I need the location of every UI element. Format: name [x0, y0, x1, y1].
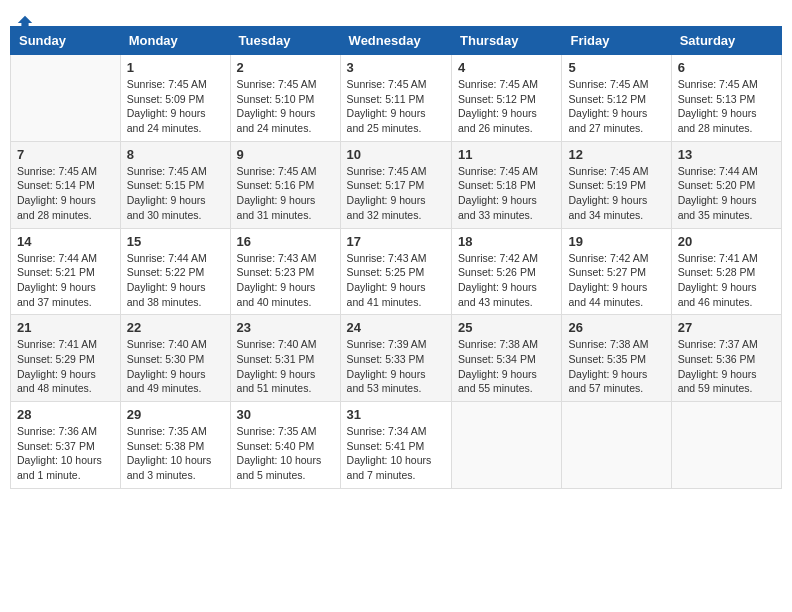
calendar-table: SundayMondayTuesdayWednesdayThursdayFrid…: [10, 26, 782, 489]
day-info: Sunrise: 7:45 AM Sunset: 5:16 PM Dayligh…: [237, 164, 334, 223]
day-info: Sunrise: 7:45 AM Sunset: 5:19 PM Dayligh…: [568, 164, 664, 223]
calendar-cell: 22Sunrise: 7:40 AM Sunset: 5:30 PM Dayli…: [120, 315, 230, 402]
calendar-cell: 30Sunrise: 7:35 AM Sunset: 5:40 PM Dayli…: [230, 402, 340, 489]
day-info: Sunrise: 7:41 AM Sunset: 5:29 PM Dayligh…: [17, 337, 114, 396]
day-number: 4: [458, 60, 555, 75]
day-info: Sunrise: 7:41 AM Sunset: 5:28 PM Dayligh…: [678, 251, 775, 310]
calendar-cell: 4Sunrise: 7:45 AM Sunset: 5:12 PM Daylig…: [452, 55, 562, 142]
day-number: 7: [17, 147, 114, 162]
day-info: Sunrise: 7:44 AM Sunset: 5:22 PM Dayligh…: [127, 251, 224, 310]
calendar-cell: 20Sunrise: 7:41 AM Sunset: 5:28 PM Dayli…: [671, 228, 781, 315]
calendar-cell: 21Sunrise: 7:41 AM Sunset: 5:29 PM Dayli…: [11, 315, 121, 402]
day-info: Sunrise: 7:45 AM Sunset: 5:17 PM Dayligh…: [347, 164, 445, 223]
day-number: 12: [568, 147, 664, 162]
calendar-cell: 18Sunrise: 7:42 AM Sunset: 5:26 PM Dayli…: [452, 228, 562, 315]
calendar-cell: 24Sunrise: 7:39 AM Sunset: 5:33 PM Dayli…: [340, 315, 451, 402]
logo: [14, 10, 34, 18]
calendar-cell: [671, 402, 781, 489]
calendar-week-row: 21Sunrise: 7:41 AM Sunset: 5:29 PM Dayli…: [11, 315, 782, 402]
calendar-week-row: 1Sunrise: 7:45 AM Sunset: 5:09 PM Daylig…: [11, 55, 782, 142]
day-info: Sunrise: 7:35 AM Sunset: 5:38 PM Dayligh…: [127, 424, 224, 483]
calendar-cell: 15Sunrise: 7:44 AM Sunset: 5:22 PM Dayli…: [120, 228, 230, 315]
day-info: Sunrise: 7:38 AM Sunset: 5:34 PM Dayligh…: [458, 337, 555, 396]
page-header: [10, 10, 782, 18]
calendar-cell: 2Sunrise: 7:45 AM Sunset: 5:10 PM Daylig…: [230, 55, 340, 142]
logo-icon: [16, 14, 34, 32]
day-info: Sunrise: 7:45 AM Sunset: 5:12 PM Dayligh…: [568, 77, 664, 136]
calendar-cell: 9Sunrise: 7:45 AM Sunset: 5:16 PM Daylig…: [230, 141, 340, 228]
calendar-cell: 23Sunrise: 7:40 AM Sunset: 5:31 PM Dayli…: [230, 315, 340, 402]
calendar-cell: 27Sunrise: 7:37 AM Sunset: 5:36 PM Dayli…: [671, 315, 781, 402]
day-number: 31: [347, 407, 445, 422]
day-number: 20: [678, 234, 775, 249]
day-number: 27: [678, 320, 775, 335]
calendar-cell: 16Sunrise: 7:43 AM Sunset: 5:23 PM Dayli…: [230, 228, 340, 315]
calendar-cell: 6Sunrise: 7:45 AM Sunset: 5:13 PM Daylig…: [671, 55, 781, 142]
day-info: Sunrise: 7:37 AM Sunset: 5:36 PM Dayligh…: [678, 337, 775, 396]
day-number: 15: [127, 234, 224, 249]
day-number: 22: [127, 320, 224, 335]
calendar-cell: [11, 55, 121, 142]
calendar-cell: 1Sunrise: 7:45 AM Sunset: 5:09 PM Daylig…: [120, 55, 230, 142]
day-number: 16: [237, 234, 334, 249]
day-number: 28: [17, 407, 114, 422]
day-number: 10: [347, 147, 445, 162]
day-number: 3: [347, 60, 445, 75]
calendar-cell: 13Sunrise: 7:44 AM Sunset: 5:20 PM Dayli…: [671, 141, 781, 228]
calendar-cell: 26Sunrise: 7:38 AM Sunset: 5:35 PM Dayli…: [562, 315, 671, 402]
day-number: 24: [347, 320, 445, 335]
calendar-week-row: 7Sunrise: 7:45 AM Sunset: 5:14 PM Daylig…: [11, 141, 782, 228]
day-number: 2: [237, 60, 334, 75]
day-number: 14: [17, 234, 114, 249]
day-info: Sunrise: 7:34 AM Sunset: 5:41 PM Dayligh…: [347, 424, 445, 483]
day-number: 11: [458, 147, 555, 162]
day-number: 6: [678, 60, 775, 75]
calendar-cell: 7Sunrise: 7:45 AM Sunset: 5:14 PM Daylig…: [11, 141, 121, 228]
day-info: Sunrise: 7:45 AM Sunset: 5:14 PM Dayligh…: [17, 164, 114, 223]
day-info: Sunrise: 7:40 AM Sunset: 5:30 PM Dayligh…: [127, 337, 224, 396]
day-number: 30: [237, 407, 334, 422]
day-number: 21: [17, 320, 114, 335]
day-info: Sunrise: 7:39 AM Sunset: 5:33 PM Dayligh…: [347, 337, 445, 396]
day-info: Sunrise: 7:42 AM Sunset: 5:26 PM Dayligh…: [458, 251, 555, 310]
calendar-cell: 5Sunrise: 7:45 AM Sunset: 5:12 PM Daylig…: [562, 55, 671, 142]
calendar-week-row: 14Sunrise: 7:44 AM Sunset: 5:21 PM Dayli…: [11, 228, 782, 315]
day-number: 26: [568, 320, 664, 335]
weekday-header: Thursday: [452, 27, 562, 55]
day-info: Sunrise: 7:45 AM Sunset: 5:15 PM Dayligh…: [127, 164, 224, 223]
day-number: 1: [127, 60, 224, 75]
day-number: 29: [127, 407, 224, 422]
day-info: Sunrise: 7:45 AM Sunset: 5:11 PM Dayligh…: [347, 77, 445, 136]
calendar-cell: 12Sunrise: 7:45 AM Sunset: 5:19 PM Dayli…: [562, 141, 671, 228]
day-info: Sunrise: 7:40 AM Sunset: 5:31 PM Dayligh…: [237, 337, 334, 396]
day-number: 13: [678, 147, 775, 162]
day-info: Sunrise: 7:45 AM Sunset: 5:18 PM Dayligh…: [458, 164, 555, 223]
day-info: Sunrise: 7:45 AM Sunset: 5:10 PM Dayligh…: [237, 77, 334, 136]
weekday-header: Saturday: [671, 27, 781, 55]
day-number: 17: [347, 234, 445, 249]
calendar-cell: 25Sunrise: 7:38 AM Sunset: 5:34 PM Dayli…: [452, 315, 562, 402]
calendar-cell: 8Sunrise: 7:45 AM Sunset: 5:15 PM Daylig…: [120, 141, 230, 228]
day-info: Sunrise: 7:43 AM Sunset: 5:23 PM Dayligh…: [237, 251, 334, 310]
day-info: Sunrise: 7:38 AM Sunset: 5:35 PM Dayligh…: [568, 337, 664, 396]
day-info: Sunrise: 7:44 AM Sunset: 5:21 PM Dayligh…: [17, 251, 114, 310]
day-number: 18: [458, 234, 555, 249]
calendar-cell: 17Sunrise: 7:43 AM Sunset: 5:25 PM Dayli…: [340, 228, 451, 315]
day-number: 9: [237, 147, 334, 162]
day-info: Sunrise: 7:35 AM Sunset: 5:40 PM Dayligh…: [237, 424, 334, 483]
day-number: 19: [568, 234, 664, 249]
calendar-week-row: 28Sunrise: 7:36 AM Sunset: 5:37 PM Dayli…: [11, 402, 782, 489]
day-number: 5: [568, 60, 664, 75]
day-info: Sunrise: 7:45 AM Sunset: 5:09 PM Dayligh…: [127, 77, 224, 136]
weekday-header: Friday: [562, 27, 671, 55]
calendar-cell: [562, 402, 671, 489]
day-info: Sunrise: 7:43 AM Sunset: 5:25 PM Dayligh…: [347, 251, 445, 310]
weekday-header: Wednesday: [340, 27, 451, 55]
calendar-cell: [452, 402, 562, 489]
day-number: 8: [127, 147, 224, 162]
calendar-cell: 14Sunrise: 7:44 AM Sunset: 5:21 PM Dayli…: [11, 228, 121, 315]
calendar-cell: 10Sunrise: 7:45 AM Sunset: 5:17 PM Dayli…: [340, 141, 451, 228]
calendar-header-row: SundayMondayTuesdayWednesdayThursdayFrid…: [11, 27, 782, 55]
day-info: Sunrise: 7:36 AM Sunset: 5:37 PM Dayligh…: [17, 424, 114, 483]
calendar-cell: 29Sunrise: 7:35 AM Sunset: 5:38 PM Dayli…: [120, 402, 230, 489]
